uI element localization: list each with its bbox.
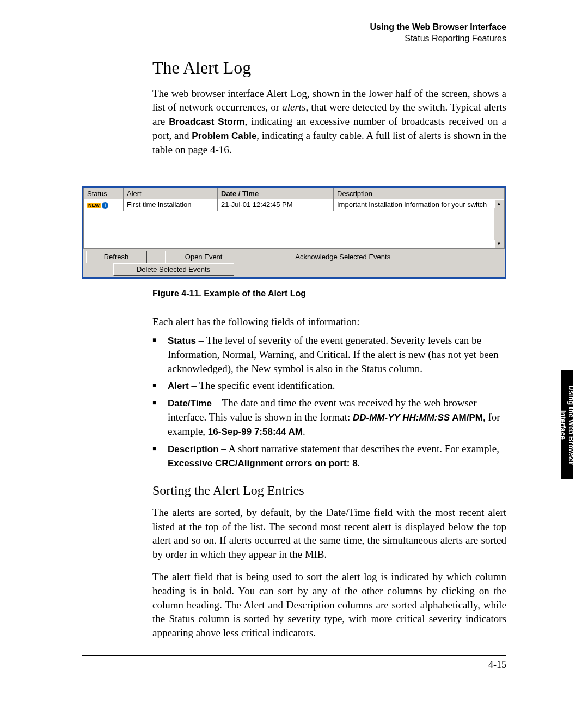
- del-events-button[interactable]: Delete Selected Events: [113, 263, 234, 276]
- scroll-up-icon[interactable]: ▴: [494, 199, 504, 208]
- footer-rule: [82, 655, 506, 656]
- scrollbar[interactable]: ▴ ▾: [494, 199, 504, 249]
- cell-description: Important installation information for y…: [334, 199, 494, 211]
- field-status: Status – The level of severity of the ev…: [168, 333, 506, 375]
- thumb-tab: Using the Web BrowserInterface: [561, 370, 573, 479]
- new-badge-icon: NEW: [87, 203, 101, 208]
- refresh-button[interactable]: Refresh: [86, 251, 147, 263]
- alert-table-header-row: Status Alert Date / Time Description: [84, 188, 505, 199]
- scroll-down-icon[interactable]: ▾: [494, 240, 504, 248]
- info-icon: i: [102, 202, 108, 209]
- col-description[interactable]: Description: [334, 188, 494, 199]
- field-description: Description – A short narrative statemen…: [168, 442, 506, 470]
- sort-paragraph-1: The alerts are sorted, by default, by th…: [152, 506, 506, 562]
- page-header: Using the Web Browser Interface Status R…: [82, 22, 506, 45]
- header-chapter: Using the Web Browser Interface: [82, 22, 506, 33]
- subsection-title: Sorting the Alert Log Entries: [152, 483, 506, 498]
- cell-datetime: 21-Jul-01 12:42:45 PM: [218, 199, 334, 211]
- section-title: The Alert Log: [152, 58, 506, 78]
- figure-caption: Figure 4-11. Example of the Alert Log: [152, 289, 506, 299]
- col-datetime[interactable]: Date / Time: [218, 188, 334, 199]
- fields-list: Status – The level of severity of the ev…: [152, 333, 506, 470]
- alert-row[interactable]: NEWi First time installation 21-Jul-01 1…: [84, 199, 505, 211]
- col-alert[interactable]: Alert: [124, 188, 218, 199]
- page-number: 4-15: [82, 659, 506, 671]
- open-event-button[interactable]: Open Event: [165, 251, 242, 263]
- cell-alert: First time installation: [124, 199, 218, 211]
- field-alert: Alert – The specific event identificatio…: [168, 379, 506, 393]
- sort-paragraph-2: The alert field that is being used to so…: [152, 570, 506, 640]
- field-datetime: Date/Time – The date and time the event …: [168, 396, 506, 439]
- ack-events-button[interactable]: Acknowledge Selected Events: [272, 251, 414, 263]
- intro-paragraph: The web browser interface Alert Log, sho…: [152, 87, 506, 157]
- header-section: Status Reporting Features: [82, 33, 506, 45]
- col-status[interactable]: Status: [84, 188, 124, 199]
- fields-intro: Each alert has the following fields of i…: [152, 315, 506, 329]
- cell-status: NEWi: [84, 199, 124, 211]
- alert-log-figure: Status Alert Date / Time Description NEW…: [82, 186, 506, 279]
